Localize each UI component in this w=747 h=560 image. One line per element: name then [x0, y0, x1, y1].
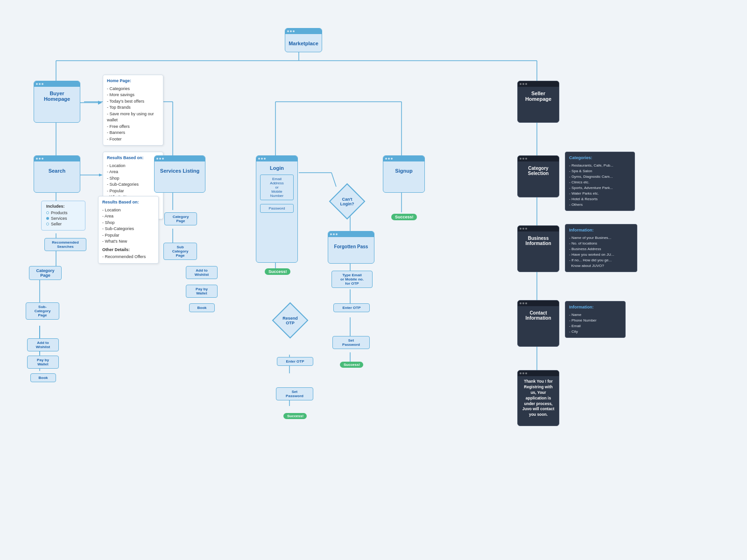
- tooltip-subtitle: Other Details:: [102, 247, 155, 253]
- dot3: [42, 158, 43, 160]
- title-bar: [518, 156, 559, 161]
- title-bar: [518, 81, 559, 87]
- success-center: Success!: [283, 413, 307, 419]
- search-label: Search: [34, 161, 80, 180]
- arrow-buyer-tooltip: [80, 100, 104, 105]
- thankyou-node: Thank You ! for Registring with us, Your…: [517, 370, 559, 426]
- tooltip-items: - Restaurants, Cafe, Pub... - Spa & Salo…: [569, 163, 631, 208]
- categories-tooltip: Categories: - Restaurants, Cafe, Pub... …: [565, 152, 635, 211]
- title-bar: [518, 226, 559, 231]
- dot2: [39, 83, 41, 85]
- services-add-wishlist: Add toWishlist: [186, 266, 218, 279]
- dot3: [525, 83, 527, 85]
- dot3: [525, 302, 527, 304]
- includes-title: Includes:: [46, 204, 80, 209]
- dot1: [520, 228, 521, 230]
- tooltip-items: - Name of your Busines... - No. of locat…: [569, 235, 633, 269]
- contact-tooltip: Information: - Name - Phone Number - Ema…: [565, 301, 626, 338]
- title-bar: [518, 371, 559, 376]
- forgotten-pass-node: Forgotten Pass: [328, 231, 374, 264]
- dot1: [520, 158, 521, 160]
- login-title: Login: [270, 165, 284, 171]
- tooltip-items2: - Recommended Offers: [102, 254, 155, 260]
- dot1: [36, 158, 38, 160]
- set-password-right: SetPassword: [332, 336, 370, 349]
- email-field: EmailAddressorMobileNumber: [260, 175, 294, 200]
- enter-otp-right: Enter OTP: [333, 303, 370, 312]
- svg-line-23: [331, 173, 336, 187]
- arrow-search-tooltip: [80, 173, 104, 177]
- dot1: [36, 83, 38, 85]
- services-results-tooltip: Results Based on: - Location- Area- Shop…: [98, 196, 159, 264]
- canvas: Marketplace BuyerHomepage Home Page: - C…: [0, 0, 747, 560]
- title-bar: [383, 156, 424, 161]
- dot3: [336, 233, 338, 235]
- seller-homepage-node: SellerHomepage: [517, 81, 559, 123]
- success-text: Success!: [268, 269, 287, 274]
- marketplace-node: Marketplace: [285, 28, 322, 52]
- contact-info-node: ContactInformation: [517, 300, 559, 347]
- tooltip-title: Information:: [569, 304, 621, 311]
- tooltip-items: - Categories- More savings- Today's best…: [107, 86, 159, 143]
- type-email-otp: Type Emailor Mobile no.for OTP: [331, 271, 373, 288]
- title-bar: [256, 156, 297, 161]
- tooltip-title: Categories:: [569, 155, 631, 161]
- dot3: [264, 158, 266, 160]
- resend-otp-label: ResendOTP: [275, 306, 305, 335]
- dot3: [391, 158, 393, 160]
- include-label: Services: [51, 216, 67, 221]
- title-bar: [518, 301, 559, 306]
- business-info-node: BusinessInformation: [517, 225, 559, 272]
- homepage-tooltip: Home Page: - Categories- More savings- T…: [103, 75, 163, 146]
- add-wishlist-left: Add toWishlist: [27, 338, 59, 351]
- dot3: [525, 372, 527, 374]
- business-info-label: BusinessInformation: [518, 231, 559, 250]
- success-otp-right: Success!: [340, 362, 363, 368]
- signup-success-badge: Success!: [391, 214, 417, 220]
- book-left: Book: [30, 373, 56, 382]
- includes-box: Includes: Products Services Seller: [41, 201, 85, 231]
- pay-wallet-left: Pay byWallet: [27, 356, 59, 369]
- dot1: [385, 158, 387, 160]
- dot1: [258, 158, 260, 160]
- dot2: [522, 302, 524, 304]
- dot2: [261, 158, 263, 160]
- title-bar: [34, 156, 80, 161]
- dot3: [42, 83, 43, 85]
- dot2: [159, 158, 161, 160]
- buyer-label: BuyerHomepage: [34, 87, 80, 105]
- include-label: Products: [51, 210, 68, 215]
- tooltip-title: Results Based on:: [102, 199, 155, 206]
- title-bar: [328, 231, 374, 237]
- tooltip-title: Home Page:: [107, 78, 159, 84]
- recommended-searches-node: RecommendedSearches: [44, 238, 86, 251]
- resend-otp-node: ResendOTP: [275, 306, 305, 336]
- services-listing-node: Services Listing: [154, 155, 205, 193]
- dot1: [520, 372, 521, 374]
- title-bar: [285, 28, 322, 34]
- dot2: [522, 158, 524, 160]
- tooltip-title: Information:: [569, 227, 633, 234]
- include-services: Services: [46, 216, 80, 221]
- circle-dot: [46, 211, 49, 214]
- login-success-badge: Success!: [265, 268, 290, 275]
- dot2: [522, 83, 524, 85]
- tooltip-items: - Location- Area- Shop- Sub-Categories- …: [107, 163, 159, 201]
- dot2: [522, 372, 524, 374]
- services-category-page: CategoryPage: [164, 212, 197, 225]
- enter-otp-center: Enter OTP: [277, 357, 313, 366]
- title-bar: [155, 156, 205, 161]
- search-node: Search: [34, 155, 80, 193]
- include-seller: Seller: [46, 222, 80, 226]
- password-field: Password: [260, 204, 294, 213]
- svg-marker-40: [99, 174, 103, 176]
- dot2: [522, 228, 524, 230]
- cant-login-label: Can'tLogin?: [332, 187, 362, 216]
- tooltip-items: - Location- Area- Shop- Sub-Categories- …: [102, 207, 155, 245]
- sub-category-left: Sub-CategoryPage: [26, 302, 59, 320]
- tooltip-items: - Name - Phone Number - Email - City: [569, 312, 621, 335]
- dot2: [39, 158, 41, 160]
- dot1: [330, 233, 332, 235]
- forgotten-pass-label: Forgotten Pass: [328, 237, 374, 256]
- services-sub-category: SubCategoryPage: [163, 243, 197, 260]
